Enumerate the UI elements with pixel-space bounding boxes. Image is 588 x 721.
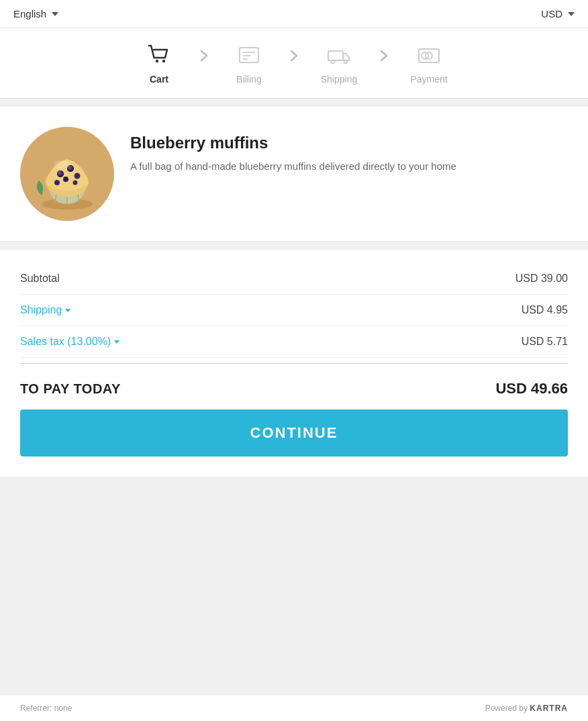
sales-tax-value: USD 5.71: [522, 336, 568, 348]
product-image-wrapper: [20, 127, 114, 221]
step-shipping[interactable]: Shipping: [305, 40, 373, 85]
continue-button-wrapper: CONTINUE: [20, 403, 568, 463]
svg-point-22: [75, 173, 81, 179]
shipping-dropdown-icon: [65, 309, 70, 312]
footer-brand: KARTRA: [530, 704, 568, 713]
svg-point-26: [54, 160, 70, 169]
step-chevron-1: [193, 50, 215, 75]
subtotal-row: Subtotal USD 39.00: [20, 263, 568, 295]
steps-nav: Cart Billing: [0, 28, 588, 99]
step-cart[interactable]: Cart: [126, 40, 193, 85]
svg-point-7: [332, 60, 335, 64]
footer: Referrer: none Powered by KARTRA: [0, 695, 588, 721]
svg-point-0: [156, 60, 158, 62]
total-value: USD 49.66: [495, 380, 568, 397]
step-billing-label: Billing: [236, 74, 261, 85]
svg-point-23: [54, 180, 60, 185]
total-divider: [20, 363, 568, 364]
top-bar: English USD: [0, 0, 588, 28]
svg-rect-2: [240, 48, 258, 62]
language-selector[interactable]: English: [13, 8, 58, 19]
svg-point-25: [63, 177, 68, 182]
subtotal-value: USD 39.00: [516, 273, 568, 285]
shipping-icon: [324, 40, 354, 70]
product-section: Blueberry muffins A full bag of hand-mad…: [0, 107, 588, 242]
shipping-row: Shipping USD 4.95: [20, 295, 568, 326]
step-payment-label: Payment: [410, 74, 447, 85]
sales-tax-label[interactable]: Sales tax (13.00%): [20, 336, 119, 348]
product-title: Blueberry muffins: [130, 134, 568, 152]
step-chevron-3: [373, 50, 395, 75]
total-label: TO PAY TODAY: [20, 381, 121, 397]
step-payment[interactable]: Payment: [395, 40, 462, 85]
sales-tax-row: Sales tax (13.00%) USD 5.71: [20, 326, 568, 358]
subtotal-label: Subtotal: [20, 273, 60, 285]
step-chevron-2: [283, 50, 305, 75]
product-info: Blueberry muffins A full bag of hand-mad…: [130, 127, 568, 175]
footer-powered-by: Powered by KARTRA: [485, 704, 568, 713]
svg-point-11: [422, 52, 428, 59]
svg-point-19: [57, 171, 64, 177]
step-shipping-label: Shipping: [321, 74, 358, 85]
currency-selector[interactable]: USD: [541, 8, 575, 19]
svg-point-1: [162, 60, 165, 62]
page-wrapper: English USD Cart: [0, 0, 588, 721]
shipping-value: USD 4.95: [522, 304, 568, 316]
language-label: English: [13, 8, 46, 19]
svg-point-24: [73, 181, 78, 185]
language-dropdown-icon: [52, 12, 58, 16]
sales-tax-dropdown-icon: [114, 340, 119, 344]
currency-label: USD: [541, 8, 562, 19]
product-image: [20, 127, 114, 221]
cart-icon: [144, 40, 174, 70]
total-row: TO PAY TODAY USD 49.66: [20, 369, 568, 403]
svg-rect-6: [328, 51, 343, 60]
step-billing[interactable]: Billing: [215, 40, 283, 85]
billing-icon: [234, 40, 264, 70]
currency-dropdown-icon: [568, 12, 575, 16]
pricing-section: Subtotal USD 39.00 Shipping USD 4.95 Sal…: [0, 250, 588, 477]
product-description: A full bag of hand-made blueberry muffin…: [130, 159, 568, 175]
shipping-label[interactable]: Shipping: [20, 304, 70, 316]
svg-point-8: [344, 60, 348, 64]
step-cart-label: Cart: [150, 74, 168, 85]
payment-icon: [414, 40, 444, 70]
continue-button[interactable]: CONTINUE: [20, 410, 568, 456]
footer-referrer: Referrer: none: [20, 704, 72, 713]
